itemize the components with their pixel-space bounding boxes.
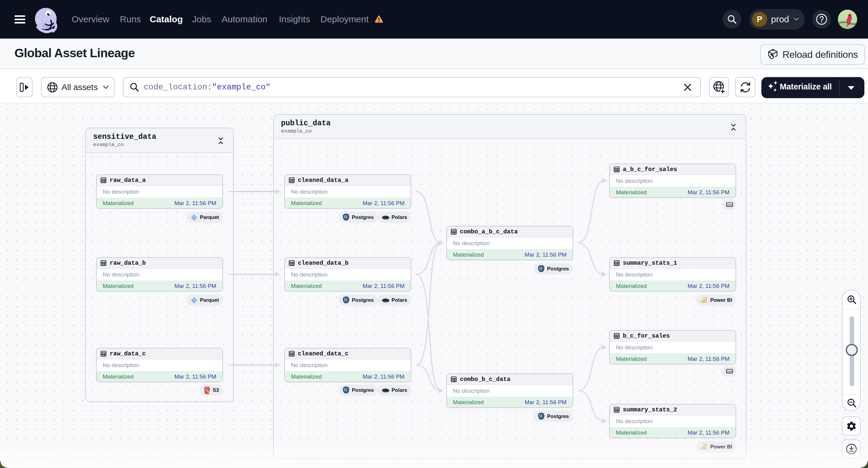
svg-text:csv: csv xyxy=(727,370,733,373)
svg-text:csv: csv xyxy=(727,203,733,206)
